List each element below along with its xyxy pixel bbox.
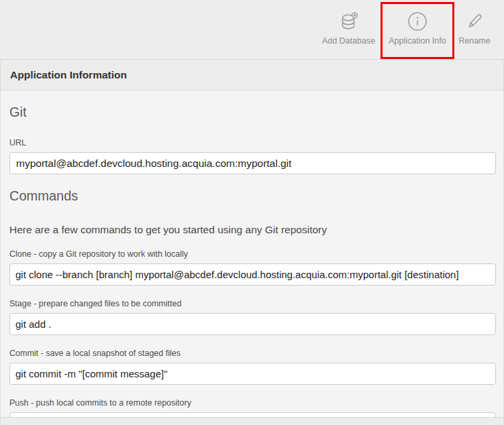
stage-command-label: Stage - prepare changed files to be comm… <box>9 299 495 308</box>
panel-body: Git URL Commands Here are a few commands… <box>0 90 504 417</box>
commit-command-input[interactable] <box>9 363 496 385</box>
add-database-button[interactable]: Add Database <box>317 0 381 59</box>
info-icon <box>407 11 427 32</box>
push-command-input[interactable] <box>9 412 496 417</box>
rename-button[interactable]: Rename <box>454 0 495 59</box>
application-information-panel: Application Information Git URL Commands… <box>0 59 504 425</box>
application-info-button[interactable]: Application Info <box>381 0 454 59</box>
commit-command-row: Commit - save a local snapshot of staged… <box>9 349 495 385</box>
clone-command-label: Clone - copy a Git repository to work wi… <box>9 249 495 259</box>
commands-section-heading: Commands <box>9 188 495 204</box>
git-section-heading: Git <box>9 105 495 120</box>
toolbar: Add Database Application Info Rename <box>0 0 504 59</box>
add-database-label: Add Database <box>322 36 375 46</box>
rename-label: Rename <box>458 36 490 46</box>
push-command-row: Push - push local commits to a remote re… <box>9 398 495 417</box>
panel-title: Application Information <box>10 69 127 81</box>
stage-command-row: Stage - prepare changed files to be comm… <box>9 299 495 335</box>
add-database-icon <box>339 11 359 32</box>
next-section-header-edge <box>0 417 504 425</box>
clone-command-row: Clone - copy a Git repository to work wi… <box>9 249 495 286</box>
pencil-icon <box>464 11 485 32</box>
application-info-label: Application Info <box>389 36 446 46</box>
commit-command-label: Commit - save a local snapshot of staged… <box>9 349 495 358</box>
git-url-input[interactable] <box>9 152 496 174</box>
commands-intro-text: Here are a few commands to get you start… <box>9 224 495 236</box>
push-command-label: Push - push local commits to a remote re… <box>9 398 495 408</box>
url-field-label: URL <box>9 138 495 147</box>
clone-command-input[interactable] <box>9 263 496 286</box>
stage-command-input[interactable] <box>9 313 496 335</box>
panel-header: Application Information <box>0 59 504 90</box>
